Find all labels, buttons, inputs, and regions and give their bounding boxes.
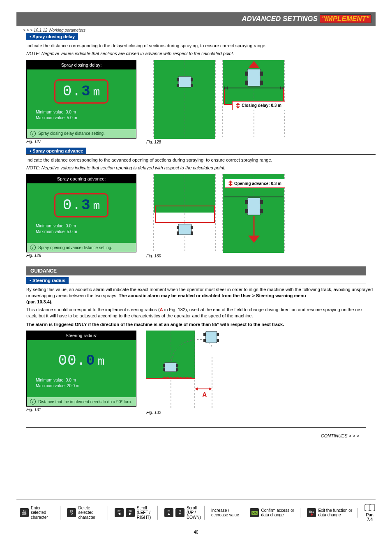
svg-marker-67 bbox=[195, 387, 198, 391]
device-127-info-bar: i Spray closing delay distance setting. bbox=[27, 129, 136, 138]
svg-rect-9 bbox=[177, 78, 179, 81]
guidance-p1: By setting this value, an acoustic alarm… bbox=[26, 287, 376, 305]
svg-rect-35 bbox=[178, 224, 191, 235]
header-bar: ADVANCED SETTINGS "IMPLEMENT" bbox=[16, 12, 376, 25]
section-2-tag: • Spray opening advance bbox=[26, 148, 86, 154]
updown-arrow-icon bbox=[236, 103, 240, 109]
svg-rect-37 bbox=[191, 226, 193, 229]
svg-rect-65 bbox=[176, 368, 178, 371]
section-1-desc: Indicate the distance corresponding to t… bbox=[26, 43, 376, 49]
guidance-header: GUIDANCE bbox=[26, 266, 366, 275]
key-f2[interactable]: F2↻ bbox=[67, 508, 76, 517]
device-131-info-bar: i Distance that the implement needs to d… bbox=[27, 397, 136, 406]
key-f5[interactable]: F5▼ bbox=[175, 508, 184, 517]
guidance-p1b-bold: The acoustic alarm may be enabled or dis… bbox=[119, 293, 241, 298]
field-diagram-130: Opening advance: 0.3 m bbox=[146, 174, 286, 253]
field-130-badge: Opening advance: 0.3 m bbox=[225, 179, 285, 188]
device-127-value-hot: 3 bbox=[81, 83, 91, 100]
device-screen-131: Steering radius: 00.0m Minimum value: 0.… bbox=[26, 331, 136, 407]
device-129-title: Spray opening advance: bbox=[27, 174, 136, 183]
device-127-max: Maximum value: 5.0 m bbox=[36, 115, 127, 121]
info-icon: i bbox=[30, 399, 36, 405]
breadcrumb: > > > 10.1.12 Working parameters bbox=[16, 26, 376, 33]
device-127-title: Spray closing delay: bbox=[27, 60, 136, 69]
field-130-badge-text: Opening advance: 0.3 m bbox=[234, 181, 281, 186]
fig-132-caption: Fig. 132 bbox=[146, 410, 237, 415]
svg-rect-12 bbox=[191, 84, 193, 87]
continues-text: CONTINUES > > > bbox=[26, 433, 359, 438]
svg-rect-62 bbox=[163, 364, 165, 367]
svg-rect-26 bbox=[154, 174, 215, 213]
scroll-lr-text: Scroll(LEFT / RIGHT) bbox=[137, 506, 154, 520]
updown-arrow-icon bbox=[228, 180, 233, 186]
device-129-value: 0.3m bbox=[54, 193, 109, 217]
key-ok[interactable]: OK bbox=[250, 508, 259, 517]
scroll-ud-text: Scroll(UP / DOWN) bbox=[187, 506, 201, 520]
guidance-p2: This distance should correspond to the i… bbox=[26, 307, 376, 319]
field-128-badge-text: Closing delay: 0.3 m bbox=[242, 103, 281, 108]
guidance-tag: • Steering radius bbox=[26, 277, 69, 284]
svg-rect-8 bbox=[178, 76, 191, 87]
device-131-value: 00.0m bbox=[51, 350, 112, 372]
guidance-p2a: This distance should correspond to the i… bbox=[26, 307, 160, 312]
section-1-note: NOTE: Negative values indicate that sect… bbox=[26, 51, 376, 57]
svg-rect-0 bbox=[154, 60, 215, 139]
guidance-marker-A-inline: A bbox=[160, 307, 163, 312]
device-129-min: Minimum value: 0.0 m bbox=[36, 223, 127, 229]
section-2-desc: Indicate the distance corresponding to t… bbox=[26, 157, 376, 163]
guidance-p3: The alarm is triggered ONLY if the direc… bbox=[26, 321, 376, 328]
footer: F1⌨ Enter selected character F2↻ Delete … bbox=[16, 499, 376, 534]
device-127-value: 0.3m bbox=[54, 79, 109, 104]
book-icon bbox=[364, 504, 376, 512]
svg-rect-16 bbox=[245, 72, 248, 76]
device-127-value-leading: 0. bbox=[63, 83, 81, 100]
device-129-info-text: Spray opening advance distance setting. bbox=[38, 245, 112, 250]
marker-A-label: A bbox=[202, 391, 207, 398]
svg-rect-63 bbox=[176, 364, 178, 367]
device-131-value-hot: 0 bbox=[86, 352, 95, 369]
key-esc[interactable]: Esc bbox=[307, 508, 316, 517]
info-icon: i bbox=[30, 131, 36, 136]
key-f1[interactable]: F1⌨ bbox=[20, 508, 29, 517]
guidance-tag-row: • Steering radius bbox=[26, 277, 366, 284]
device-131-min: Minimum value: 0.0 m bbox=[36, 377, 127, 383]
key-f4[interactable]: F4▲ bbox=[164, 508, 173, 517]
guidance-p1b-menu2: menu bbox=[293, 293, 306, 298]
device-127-unit: m bbox=[93, 86, 100, 99]
svg-rect-44 bbox=[260, 209, 263, 213]
svg-rect-10 bbox=[191, 78, 193, 81]
device-129-max: Maximum value: 5.0 m bbox=[36, 229, 127, 235]
device-127-min: Minimum value: 0.0 m bbox=[36, 109, 127, 115]
svg-rect-60 bbox=[217, 339, 219, 342]
field-diagram-128: Closing delay: 0.3 m bbox=[146, 60, 286, 139]
device-screen-129: Spray opening advance: 0.3m Minimum valu… bbox=[26, 174, 136, 252]
key-f7[interactable]: F7◀ bbox=[115, 508, 124, 517]
svg-rect-61 bbox=[164, 363, 177, 372]
svg-rect-19 bbox=[260, 81, 263, 85]
svg-rect-64 bbox=[163, 368, 165, 371]
device-129-value-hot: 3 bbox=[81, 197, 91, 214]
svg-rect-42 bbox=[260, 200, 263, 204]
section-1-tag: • Spray closing delay bbox=[26, 33, 78, 40]
par-ref: Par.7.4 bbox=[366, 513, 374, 522]
info-icon: i bbox=[30, 245, 36, 250]
device-127-info-text: Spray closing delay distance setting. bbox=[38, 131, 105, 136]
f1-text: Enter selected character bbox=[31, 506, 57, 520]
svg-rect-17 bbox=[260, 72, 263, 76]
guidance-p1c: (par. 10.3.4). bbox=[26, 299, 53, 304]
svg-rect-40 bbox=[247, 198, 261, 215]
device-129-value-leading: 0. bbox=[63, 197, 81, 214]
device-screen-127: Spray closing delay: 0.3m Minimum value:… bbox=[26, 60, 136, 139]
f2-text: Delete selected character bbox=[78, 506, 104, 520]
svg-rect-58 bbox=[217, 333, 219, 336]
svg-rect-59 bbox=[203, 339, 206, 342]
svg-rect-56 bbox=[205, 331, 217, 343]
guidance-menu-path: User > Steering warning bbox=[241, 293, 293, 298]
svg-rect-39 bbox=[191, 231, 193, 235]
device-129-unit: m bbox=[93, 200, 100, 213]
section-2-note: NOTE: Negative values indicate that sect… bbox=[26, 165, 376, 171]
key-f8[interactable]: F8▶ bbox=[126, 508, 135, 517]
incdec-text: Increase / decrease value bbox=[211, 508, 240, 518]
fig-127-caption: Fig. 127 bbox=[26, 139, 136, 144]
field-diagram-132: A bbox=[146, 331, 237, 409]
